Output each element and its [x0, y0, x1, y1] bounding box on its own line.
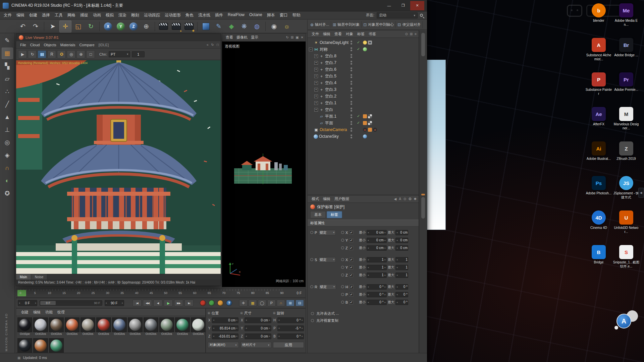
polygons-mode-icon[interactable]: ▲: [2, 111, 13, 123]
lock-dropdown[interactable]: 锁定▾: [318, 230, 336, 235]
octane-live-viewer[interactable]: Live Viewer 3.07-R1 FileCloudObjectsMate…: [16, 34, 221, 286]
spinner-left-icon[interactable]: ◂: [278, 335, 280, 338]
apply-button[interactable]: 应用: [273, 342, 304, 348]
coordinate-field[interactable]: ◂0 cm▸: [245, 334, 271, 339]
z-axis-lock-button[interactable]: Z: [127, 20, 140, 33]
spinner-left-icon[interactable]: ◂: [396, 247, 398, 249]
desktop-icon[interactable]: PSubstance Painter: [585, 72, 612, 106]
object-manager-icon[interactable]: ≡: [415, 32, 417, 36]
target-tag[interactable]: ◎: [363, 128, 367, 132]
max-field[interactable]: ◂1: [395, 257, 408, 262]
expand-toggle[interactable]: +: [314, 101, 318, 105]
menubar-item[interactable]: 编辑: [14, 12, 27, 18]
max-field[interactable]: ◂0 °: [395, 284, 408, 290]
live-viewer-titlebar[interactable]: Live Viewer 3.07-R1: [16, 34, 221, 41]
enabled-check[interactable]: ✓: [357, 40, 360, 45]
desktop-icon[interactable]: AiAdobe Illustrat...: [585, 141, 612, 175]
spinner-left-icon[interactable]: ◂: [367, 231, 370, 234]
desktop-icon[interactable]: BrAdobe Bridge ...: [613, 37, 640, 72]
spinner-left-icon[interactable]: ◂: [212, 319, 215, 321]
menubar-item[interactable]: 脚本: [265, 12, 277, 18]
search-icon[interactable]: [420, 14, 423, 17]
coordinate-field[interactable]: ◂0 °▸: [277, 317, 304, 323]
spinner-left-icon[interactable]: ◂: [367, 293, 370, 296]
menubar-item[interactable]: 渲染: [116, 12, 129, 18]
playhead[interactable]: [17, 290, 26, 296]
minimize-button[interactable]: —: [382, 1, 396, 10]
desktop-icon[interactable]: MeAdobe Media En...: [613, 3, 640, 37]
max-field[interactable]: ◂1: [395, 265, 408, 270]
spinner-left-icon[interactable]: ◂: [396, 239, 398, 242]
desktop-icon[interactable]: 4DCinema 4D: [585, 210, 612, 244]
object-row[interactable]: +▣OctaneCamera◎⊘: [308, 126, 419, 133]
option-row[interactable]: 允许表达式 ...: [308, 310, 419, 317]
desktop-icon[interactable]: JSJSplacement - 快捷方式: [613, 175, 640, 210]
menubar-item[interactable]: 雕刻: [129, 12, 142, 18]
spinner-right-icon[interactable]: ▸: [236, 319, 238, 321]
scale-tool-icon[interactable]: ◱: [72, 20, 84, 33]
sky-tag[interactable]: [363, 134, 367, 138]
spinner-left-icon[interactable]: ◂: [367, 301, 370, 304]
axis-checkbox[interactable]: ✔: [349, 258, 353, 262]
object-row[interactable]: ++空白.3: [308, 86, 419, 93]
object-row[interactable]: ++空白.5: [308, 73, 419, 79]
texture-mode-icon[interactable]: ▚: [2, 60, 13, 72]
live-viewer-menu-icon[interactable]: «: [207, 43, 209, 47]
material-item[interactable]: OctGlos: [65, 317, 79, 336]
material-item[interactable]: OctGlos: [128, 317, 143, 336]
attribute-tab[interactable]: 基本: [310, 211, 326, 218]
min-field[interactable]: ◂0 °▸: [367, 284, 387, 290]
channel-dropdown[interactable]: PT ▾: [109, 51, 130, 57]
spinner-right-icon[interactable]: ▸: [384, 258, 386, 261]
interface-select[interactable]: 启动 ▾: [377, 12, 418, 18]
frame-range-slider[interactable]: 0 F 90 F: [40, 300, 102, 306]
spinner-right-icon[interactable]: ▸: [236, 335, 238, 338]
enabled-check[interactable]: ✓: [357, 47, 360, 51]
spinner-left-icon[interactable]: ◂: [278, 327, 280, 329]
viewport-icon[interactable]: ⊞: [291, 36, 293, 39]
axis-checkbox[interactable]: ✔: [350, 285, 354, 289]
mograph-button[interactable]: ◆: [225, 20, 237, 33]
axis-checkbox[interactable]: ✔: [349, 273, 353, 277]
move-key-icon[interactable]: ✛: [239, 300, 248, 306]
spinner-left-icon[interactable]: ◂: [367, 286, 370, 288]
object-manager-menu-item[interactable]: 书签: [367, 32, 378, 37]
viewport-menu-item[interactable]: 显示: [249, 35, 260, 40]
object-row[interactable]: ++空白: [308, 106, 419, 113]
axis-checkbox[interactable]: ✔: [349, 231, 353, 235]
goto-start-button[interactable]: |◀: [132, 300, 142, 306]
points-mode-icon[interactable]: ∴: [2, 86, 13, 97]
lock-dropdown[interactable]: 锁定▾: [318, 257, 336, 262]
spinner-left-icon[interactable]: ◂: [367, 274, 370, 277]
visibility-toggles[interactable]: [351, 114, 352, 118]
spinner-right-icon[interactable]: ▸: [384, 266, 386, 269]
viewport-icon[interactable]: ↻: [286, 36, 288, 39]
coordinate-field[interactable]: ◂0 °▸: [277, 334, 304, 339]
play-button[interactable]: ▶: [164, 300, 173, 306]
coordinate-field[interactable]: ◂-616.01 cm▸: [212, 334, 238, 339]
axis-checkbox[interactable]: ✔: [349, 238, 353, 242]
min-field[interactable]: ◂1▸: [367, 265, 387, 270]
redo-icon[interactable]: ↷: [30, 20, 42, 33]
coordinate-field[interactable]: ◂-5 °▸: [277, 325, 304, 331]
menubar-item[interactable]: Octane: [247, 12, 265, 18]
volume-button[interactable]: ◍: [251, 20, 263, 33]
grid-b-icon[interactable]: ⊟: [296, 300, 304, 306]
object-row[interactable]: +▱平面✓: [308, 120, 419, 126]
next-frame-button[interactable]: ▶▶: [174, 300, 183, 306]
menubar-item[interactable]: 帮助: [290, 12, 303, 18]
material-item[interactable]: OctGlos: [191, 317, 206, 336]
record-position-button[interactable]: [209, 300, 215, 306]
spinner-left-icon[interactable]: ◂: [396, 274, 398, 277]
menubar-item[interactable]: 运动图形: [162, 12, 183, 18]
expand-toggle[interactable]: +: [314, 81, 318, 85]
material-item[interactable]: OctGlos: [96, 317, 111, 336]
magnet-key-icon[interactable]: ∩: [277, 300, 285, 306]
desktop-icon[interactable]: ZZBrush 2019: [613, 141, 640, 175]
picker-icon[interactable]: ◎: [67, 50, 75, 58]
region-letter-icon[interactable]: R: [47, 50, 56, 58]
desktop-icon[interactable]: PsAdobe Photosh...: [585, 175, 612, 210]
min-field[interactable]: ◂0 °▸: [367, 292, 387, 297]
current-frame-field[interactable]: ◂ 0 F ▸: [18, 300, 37, 306]
desktop-icon[interactable]: MMarvelous Designer...: [613, 106, 640, 141]
